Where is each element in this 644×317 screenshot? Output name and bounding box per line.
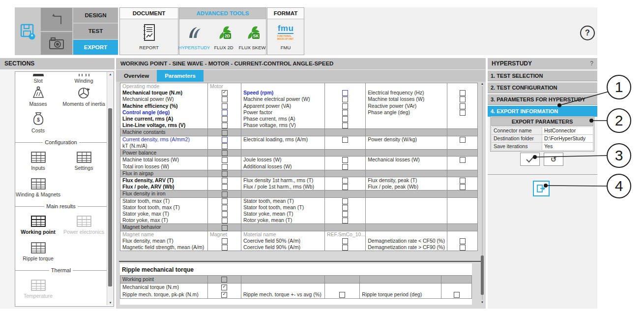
sidebar-item-winding-magnets[interactable]: Winding & Magnets	[15, 174, 61, 201]
checkbox-unchecked[interactable]	[460, 245, 466, 251]
checkbox-unchecked[interactable]	[460, 110, 466, 116]
tab-design[interactable]: DESIGN	[73, 8, 118, 23]
checkbox-unchecked[interactable]	[342, 211, 348, 217]
checkbox-unchecked[interactable]	[222, 178, 228, 184]
sidebar-item-masses[interactable]: Masses	[15, 84, 61, 110]
checkbox-unchecked[interactable]	[342, 96, 348, 102]
sidebar-item-settings[interactable]: Settings	[61, 148, 107, 174]
checkbox-unchecked[interactable]	[460, 157, 466, 163]
checkbox-unchecked[interactable]	[222, 198, 228, 204]
checkbox-unchecked[interactable]	[342, 198, 348, 204]
checkbox-checked[interactable]	[221, 292, 227, 298]
checkbox-unchecked[interactable]	[342, 238, 348, 244]
checkbox-unchecked[interactable]	[342, 123, 348, 128]
checkbox-unchecked[interactable]	[222, 150, 228, 156]
hyperstudy-button[interactable]: HYPERSTUDY	[180, 22, 208, 50]
report-button[interactable]: REPORT	[134, 22, 164, 50]
checkbox-unchecked[interactable]	[222, 157, 228, 163]
main-scroll-up-icon[interactable]: ▲	[480, 82, 485, 85]
checkbox-unchecked[interactable]	[222, 164, 228, 170]
flux2d-button[interactable]: 2D FLUX 2D	[212, 22, 235, 50]
checkbox-unchecked[interactable]	[222, 110, 228, 116]
checkbox-unchecked[interactable]	[342, 90, 348, 96]
sidebar-item-slot[interactable]: Slot	[15, 74, 61, 84]
sidebar-scrollbar[interactable]: ▲ ▼	[107, 72, 114, 305]
checkbox-unchecked[interactable]	[342, 164, 348, 170]
checkbox-unchecked[interactable]	[222, 96, 228, 102]
fluxskew-button[interactable]: SK FLUX SKEW	[239, 22, 265, 50]
sidebar-item-ripple-torque[interactable]: Ripple torque	[15, 238, 61, 265]
checkbox-unchecked[interactable]	[339, 292, 345, 298]
checkbox-unchecked[interactable]	[460, 238, 466, 244]
main-scroll-down-icon[interactable]: ▼	[480, 301, 485, 304]
checkbox-unchecked[interactable]	[460, 103, 466, 109]
checkbox-unchecked[interactable]	[460, 90, 466, 96]
checkbox-unchecked[interactable]	[342, 116, 348, 122]
checkbox-unchecked[interactable]	[222, 191, 228, 197]
fmu-button[interactable]: fmu FUNCTIONAL MOCK-UP UNIT FMU	[270, 22, 301, 50]
hyperstudy-step-3[interactable]: 3. PARAMETERS FOR HYPERSTUDY	[488, 94, 597, 105]
checkbox-checked[interactable]	[221, 285, 227, 290]
checkbox-unchecked[interactable]	[221, 277, 227, 283]
tab-parameters[interactable]: Parameters	[157, 70, 204, 82]
checkbox-unchecked[interactable]	[342, 218, 348, 223]
export-param-value[interactable]: HstConnector	[542, 127, 593, 135]
export-param-value[interactable]: D:\ForHyperStudy	[542, 135, 593, 143]
tab-test[interactable]: TEST	[73, 24, 118, 38]
checkbox-unchecked[interactable]	[454, 292, 460, 298]
checkbox-unchecked[interactable]	[342, 103, 348, 109]
sidebar-item-inputs[interactable]: Inputs	[15, 148, 61, 174]
checkbox-unchecked[interactable]	[222, 116, 228, 122]
hyperstudy-help-button[interactable]: ?	[590, 58, 593, 69]
checkbox-unchecked[interactable]	[222, 205, 228, 211]
sidebar-scroll-thumb[interactable]	[108, 108, 112, 286]
sidebar-item-working-point[interactable]: Working point	[15, 212, 61, 238]
sidebar-item-winding[interactable]: Winding	[61, 74, 107, 84]
reset-button[interactable]: ↺	[544, 153, 563, 166]
checkbox-unchecked[interactable]	[342, 184, 348, 190]
sidebar-item-power-electronics[interactable]: Power electronics	[61, 212, 107, 238]
scroll-down-icon[interactable]: ▼	[107, 301, 114, 304]
save-button[interactable]: *	[15, 7, 40, 55]
tab-export[interactable]: EXPORT	[73, 40, 118, 55]
checkbox-unchecked[interactable]	[342, 157, 348, 163]
checkbox-unchecked[interactable]	[222, 218, 228, 223]
checkbox-unchecked[interactable]	[460, 184, 466, 190]
checkbox-unchecked[interactable]	[222, 225, 228, 231]
export-param-value[interactable]: Yes	[542, 143, 593, 151]
checkbox-unchecked[interactable]	[460, 137, 466, 143]
checkbox-unchecked[interactable]	[222, 137, 228, 143]
scroll-up-icon[interactable]: ▲	[107, 73, 114, 76]
checkbox-unchecked[interactable]	[460, 96, 466, 102]
checkbox-unchecked[interactable]	[222, 238, 228, 244]
undo-button[interactable]	[41, 8, 72, 31]
checkbox-unchecked[interactable]	[222, 143, 228, 149]
checkbox-checked[interactable]	[222, 90, 228, 96]
export-button[interactable]	[533, 181, 550, 196]
help-button[interactable]: ?	[580, 26, 595, 40]
screenshot-button[interactable]	[41, 32, 72, 55]
hyperstudy-step-1[interactable]: 1. TEST SELECTION	[488, 70, 597, 81]
checkbox-unchecked[interactable]	[342, 245, 348, 251]
checkbox-unchecked[interactable]	[460, 178, 466, 184]
main-scroll-thumb[interactable]	[481, 255, 484, 295]
checkbox-unchecked[interactable]	[222, 171, 228, 177]
hyperstudy-step-2[interactable]: 2. TEST CONFIGURATION	[488, 82, 597, 93]
checkbox-unchecked[interactable]	[222, 184, 228, 190]
checkbox-unchecked[interactable]	[342, 205, 348, 211]
checkbox-unchecked[interactable]	[342, 110, 348, 116]
checkbox-unchecked[interactable]	[222, 130, 228, 136]
hyperstudy-step-4[interactable]: 4. EXPORT INFORMATION	[488, 106, 597, 117]
main-scrollbar[interactable]: ▲ ▼	[480, 82, 485, 304]
checkbox-unchecked[interactable]	[342, 178, 348, 184]
validate-button[interactable]	[520, 153, 540, 166]
checkbox-unchecked[interactable]	[222, 211, 228, 217]
tab-overview[interactable]: Overview	[116, 70, 157, 82]
checkbox-unchecked[interactable]	[222, 123, 228, 128]
sidebar-item-moments-of-inertia[interactable]: Moments of inertia	[61, 84, 107, 110]
checkbox-unchecked[interactable]	[342, 137, 348, 143]
sidebar-item-costs[interactable]: $Costs	[15, 110, 61, 137]
checkbox-unchecked[interactable]	[222, 103, 228, 109]
checkbox-unchecked[interactable]	[222, 245, 228, 251]
sidebar-item-temperature[interactable]: Temperature	[15, 276, 61, 302]
